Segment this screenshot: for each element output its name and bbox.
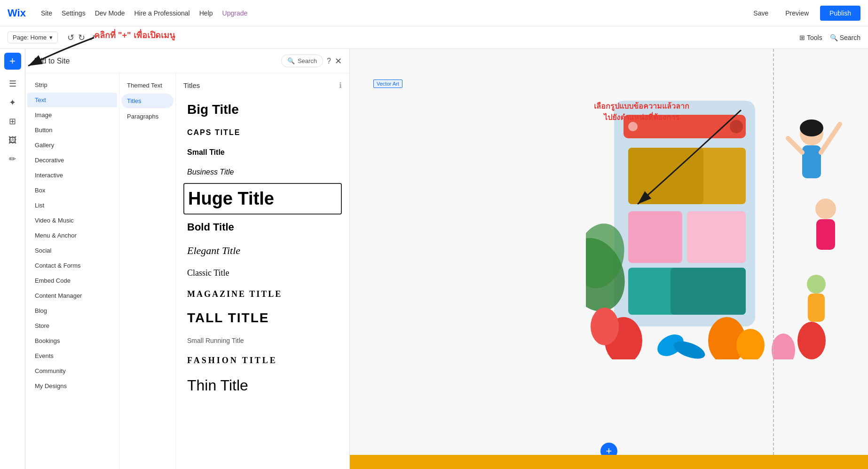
big-title-text: Big Title [187,102,239,117]
nav-hire[interactable]: Hire a Professional [134,9,189,17]
fullscreen-icon[interactable]: ⤢ [89,32,96,43]
tools-button[interactable]: ⊞ Tools [799,34,822,41]
bold-title-text: Bold Title [187,221,234,233]
page-name: Page: Home [13,34,47,41]
tools-label: Tools [807,34,822,41]
business-title-text: Business Title [187,168,234,176]
thin-title-text: Thin Title [187,377,248,394]
category-embed-code[interactable]: Embed Code [27,273,117,288]
svg-point-19 [797,322,826,359]
info-icon[interactable]: ℹ [339,81,342,90]
small-running-title-text: Small Running Title [187,337,244,344]
svg-rect-5 [628,148,703,204]
tools-icon: ⊞ [799,34,805,41]
svg-point-3 [628,122,638,131]
category-social[interactable]: Social [27,243,117,258]
undo-icon[interactable]: ↺ [67,32,74,43]
category-contact-forms[interactable]: Contact & Forms [27,258,117,273]
nav-help[interactable]: Help [199,9,213,17]
nav-settings[interactable]: Settings [62,9,86,17]
titles-panel: Titles ℹ Big Title CAPS TITLE Small Titl… [176,73,349,469]
category-menu-anchor[interactable]: Menu & Anchor [27,228,117,243]
svg-point-26 [807,275,826,294]
title-item-small[interactable]: Small Title [183,143,342,161]
title-item-fashion[interactable]: FASHION TITLE [183,351,342,370]
title-item-caps[interactable]: CAPS TITLE [183,124,342,142]
category-community[interactable]: Community [27,364,117,378]
category-button[interactable]: Button [27,123,117,137]
svg-point-2 [730,120,743,133]
svg-line-22 [788,138,802,152]
category-decorative[interactable]: Decorative [27,153,117,167]
category-events[interactable]: Events [27,349,117,363]
nav-site[interactable]: Site [41,9,52,17]
sub-cat-paragraphs[interactable]: Paragraphs [121,109,174,124]
search-icon: 🔍 [287,57,295,64]
category-my-designs[interactable]: My Designs [27,379,117,393]
nav-dev-mode[interactable]: Dev Mode [95,9,125,17]
title-item-thin[interactable]: Thin Title [183,372,342,399]
sidebar-icon-apps[interactable]: ⊞ [4,113,21,130]
category-content-manager[interactable]: Content Manager [27,288,117,303]
svg-rect-27 [808,294,825,322]
category-list[interactable]: List [27,198,117,213]
sidebar-icon-pages[interactable]: ☰ [4,75,21,92]
sub-cat-themed-text[interactable]: Themed Text [121,78,174,93]
titles-header: Titles ℹ [183,81,342,90]
svg-rect-9 [671,268,746,315]
category-box[interactable]: Box [27,183,117,198]
help-icon[interactable]: ? [327,57,331,65]
titles-heading: Titles [183,81,200,89]
sidebar-icon-design[interactable]: ✦ [4,94,21,111]
magazine-title-text: MAGAZINE TITLE [187,289,282,299]
wix-logo: Wix [8,7,26,19]
category-bookings[interactable]: Bookings [27,334,117,348]
title-item-big[interactable]: Big Title [183,97,342,122]
search-button[interactable]: 🔍 Search [830,34,860,41]
svg-line-23 [821,124,840,152]
category-strip[interactable]: Strip [27,78,117,92]
svg-point-13 [591,308,619,345]
search-icon: 🔍 [830,34,838,41]
add-button[interactable]: + [4,53,21,70]
save-button[interactable]: Save [748,7,774,20]
tall-title-text: TALL TITLE [187,310,269,325]
title-item-classic[interactable]: Classic Title [183,263,342,283]
add-panel: Add to Site 🔍 Search ? ✕ Strip Text Imag… [25,49,350,469]
category-interactive[interactable]: Interactive [27,168,117,183]
category-blog[interactable]: Blog [27,303,117,318]
canvas-bottom-bar [350,455,868,469]
add-panel-search-btn[interactable]: 🔍 Search [281,55,323,67]
caps-title-text: CAPS TITLE [187,128,240,136]
title-item-magazine[interactable]: MAGAZINE TITLE [183,285,342,304]
category-video-music[interactable]: Video & Music [27,213,117,228]
category-gallery[interactable]: Gallery [27,138,117,152]
fashion-title-text: FASHION TITLE [187,356,277,365]
title-item-business[interactable]: Business Title [183,163,342,181]
nav-upgrade[interactable]: Upgrade [222,9,248,17]
main-layout: + ☰ ✦ ⊞ 🖼 ✏ Add to Site 🔍 Search ? ✕ Str… [0,49,868,469]
add-panel-header: Add to Site 🔍 Search ? ✕ [25,49,349,73]
title-item-tall[interactable]: TALL TITLE [183,306,342,330]
category-store[interactable]: Store [27,318,117,333]
title-item-elegant[interactable]: Elegant Title [183,240,342,262]
secondbar-icons: ↺ ↻ ⤢ [67,32,96,43]
secondbar-right: ⊞ Tools 🔍 Search [799,34,860,41]
sidebar-icon-media[interactable]: 🖼 [4,132,21,149]
title-item-huge[interactable]: Huge Title [183,183,342,215]
topbar: Wix Site Settings Dev Mode Hire a Profes… [0,0,868,26]
sub-cat-titles[interactable]: Titles [121,94,174,108]
topbar-nav: Site Settings Dev Mode Hire a Profession… [41,9,247,17]
sidebar-icon-pen[interactable]: ✏ [4,151,21,167]
page-selector[interactable]: Page: Home ▾ [8,32,58,43]
category-text[interactable]: Text [27,93,117,107]
publish-button[interactable]: Publish [820,6,860,21]
vector-art-label: Vector Art [373,79,402,88]
title-item-bold[interactable]: Bold Title [183,216,342,238]
close-icon[interactable]: ✕ [335,56,342,66]
title-item-small-running[interactable]: Small Running Title [183,332,342,349]
category-image[interactable]: Image [27,108,117,122]
redo-icon[interactable]: ↻ [78,32,85,43]
svg-rect-6 [628,211,682,263]
preview-button[interactable]: Preview [780,7,814,20]
